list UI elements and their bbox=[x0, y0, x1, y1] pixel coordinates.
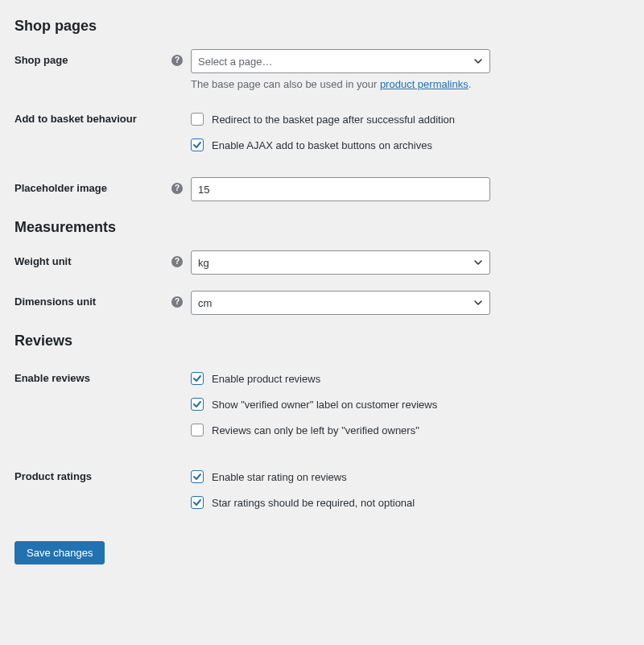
section-reviews: Reviews bbox=[14, 333, 630, 349]
save-changes-button[interactable]: Save changes bbox=[14, 541, 105, 564]
weight-unit-select-value: kg bbox=[198, 257, 209, 269]
ajax-checkbox-label: Enable AJAX add to basket buttons on arc… bbox=[212, 139, 432, 151]
star-rating-checkbox[interactable] bbox=[191, 470, 204, 483]
redirect-checkbox[interactable] bbox=[191, 113, 204, 126]
section-measurements: Measurements bbox=[14, 219, 630, 236]
chevron-down-icon bbox=[473, 298, 483, 308]
enable-product-reviews-label: Enable product reviews bbox=[212, 373, 320, 385]
verified-label-checkbox[interactable] bbox=[191, 398, 204, 411]
redirect-checkbox-label: Redirect to the basket page after succes… bbox=[212, 114, 455, 126]
weight-unit-select[interactable]: kg bbox=[191, 250, 490, 275]
verified-only-checkbox[interactable] bbox=[191, 424, 204, 436]
enable-reviews-label: Enable reviews bbox=[14, 372, 188, 384]
placeholder-image-label: Placeholder image bbox=[14, 182, 171, 194]
enable-product-reviews-checkbox[interactable] bbox=[191, 372, 204, 385]
placeholder-image-input[interactable] bbox=[191, 177, 490, 201]
verified-label-checkbox-label: Show "verified owner" label on customer … bbox=[212, 399, 437, 411]
shop-page-select-value: Select a page… bbox=[198, 56, 273, 68]
shop-page-note: The base page can also be used in your p… bbox=[191, 78, 630, 90]
help-icon[interactable]: ? bbox=[171, 183, 183, 194]
weight-unit-label: Weight unit bbox=[14, 255, 171, 267]
help-icon[interactable]: ? bbox=[171, 296, 183, 308]
shop-page-select[interactable]: Select a page… bbox=[191, 49, 490, 73]
dimensions-unit-select[interactable]: cm bbox=[191, 291, 490, 315]
star-required-checkbox[interactable] bbox=[191, 496, 204, 509]
section-shop-pages: Shop pages bbox=[14, 18, 630, 35]
shop-page-label: Shop page bbox=[14, 54, 171, 66]
chevron-down-icon bbox=[473, 258, 483, 267]
product-ratings-label: Product ratings bbox=[14, 470, 188, 482]
dimensions-unit-label: Dimensions unit bbox=[14, 296, 171, 308]
star-required-checkbox-label: Star ratings should be required, not opt… bbox=[212, 497, 415, 509]
chevron-down-icon bbox=[473, 56, 483, 66]
verified-only-checkbox-label: Reviews can only be left by "verified ow… bbox=[212, 424, 419, 436]
help-icon[interactable]: ? bbox=[171, 256, 183, 267]
ajax-checkbox[interactable] bbox=[191, 139, 204, 151]
add-to-basket-label: Add to basket behaviour bbox=[14, 113, 188, 125]
product-permalinks-link[interactable]: product permalinks bbox=[380, 78, 469, 90]
dimensions-unit-select-value: cm bbox=[198, 297, 212, 309]
star-rating-checkbox-label: Enable star rating on reviews bbox=[212, 471, 347, 483]
help-icon[interactable]: ? bbox=[171, 55, 183, 66]
